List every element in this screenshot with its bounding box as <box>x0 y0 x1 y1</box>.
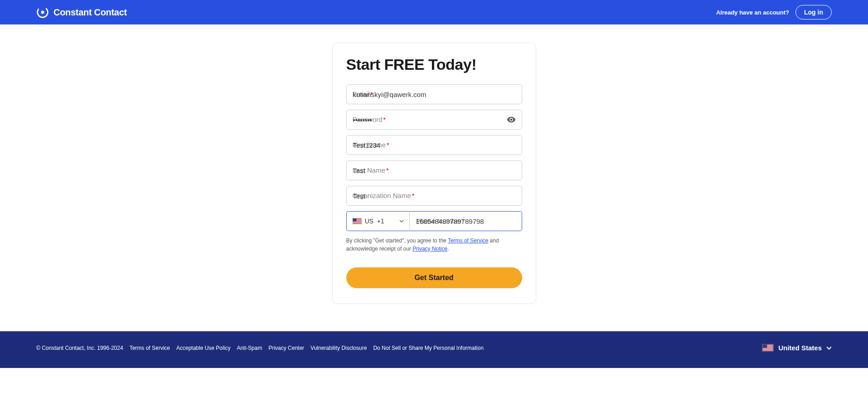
email-field[interactable] <box>346 84 522 104</box>
org-name-field-wrap: Organization Name* <box>346 186 522 206</box>
password-field[interactable] <box>346 110 522 130</box>
last-name-field-wrap: Last Name* <box>346 160 522 180</box>
header-actions: Already have an account? Log in <box>716 5 832 19</box>
svg-rect-17 <box>763 344 767 348</box>
privacy-notice-link[interactable]: Privacy Notice <box>412 246 447 252</box>
footer-link[interactable]: Acceptable Use Policy <box>176 345 230 351</box>
svg-point-1 <box>41 11 44 14</box>
svg-rect-16 <box>763 350 773 351</box>
copyright: © Constant Contact, Inc. 1996-2024 <box>36 345 123 351</box>
svg-rect-14 <box>763 348 773 348</box>
phone-field[interactable] <box>410 211 522 231</box>
footer-link[interactable]: Privacy Center <box>268 345 304 351</box>
svg-rect-8 <box>353 223 361 223</box>
footer-link[interactable]: Vulnerability Disclosure <box>310 345 367 351</box>
brand-logo[interactable]: Constant Contact <box>36 6 127 19</box>
footer-links: © Constant Contact, Inc. 1996-2024 Terms… <box>36 345 484 351</box>
email-field-wrap: Email* <box>346 84 522 104</box>
org-name-field[interactable] <box>346 186 522 206</box>
svg-rect-9 <box>353 218 356 221</box>
header: Constant Contact Already have an account… <box>0 0 868 24</box>
us-flag-icon <box>352 218 362 224</box>
footer-link[interactable]: Terms of Service <box>130 345 170 351</box>
first-name-field[interactable] <box>346 135 522 155</box>
selected-country: United States <box>778 344 822 352</box>
footer-link[interactable]: Anti-Spam <box>237 345 262 351</box>
phone-field-wrap: Phone Number* <box>410 211 522 231</box>
footer: © Constant Contact, Inc. 1996-2024 Terms… <box>0 331 868 368</box>
toggle-password-visibility-icon[interactable] <box>507 115 516 124</box>
main: Start FREE Today! Email* Password* First… <box>0 24 868 331</box>
login-button[interactable]: Log in <box>795 5 832 19</box>
last-name-field[interactable] <box>346 160 522 180</box>
terms-of-service-link[interactable]: Terms of Service <box>448 237 488 244</box>
get-started-button[interactable]: Get Started <box>346 267 522 288</box>
svg-rect-15 <box>763 349 773 349</box>
brand-name: Constant Contact <box>53 7 127 18</box>
us-flag-icon <box>762 344 774 352</box>
svg-rect-6 <box>353 221 361 222</box>
legal-text: By clicking "Get started", you agree to … <box>346 237 522 253</box>
country-selector[interactable]: United States <box>762 344 832 352</box>
svg-rect-7 <box>353 222 361 223</box>
password-field-wrap: Password* <box>346 110 522 130</box>
signup-card: Start FREE Today! Email* Password* First… <box>332 43 536 304</box>
account-prompt: Already have an account? <box>716 9 789 16</box>
country-code-select[interactable]: US +1 <box>346 211 410 231</box>
chevron-down-icon <box>399 219 404 223</box>
brand-logo-icon <box>36 6 49 19</box>
country-code-label: US +1 <box>365 218 384 225</box>
phone-row: US +1 Phone Number* <box>346 211 522 231</box>
page-heading: Start FREE Today! <box>346 56 522 73</box>
footer-link[interactable]: Do Not Sell or Share My Personal Informa… <box>373 345 483 351</box>
first-name-field-wrap: First Name* <box>346 135 522 155</box>
chevron-down-icon <box>826 345 832 351</box>
